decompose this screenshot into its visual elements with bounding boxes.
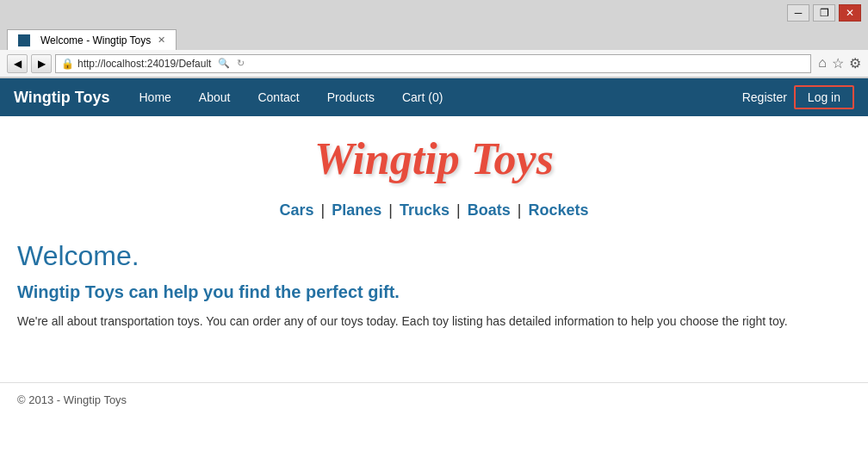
separator-1: | xyxy=(317,201,326,219)
star-icon[interactable]: ☆ xyxy=(832,55,844,71)
url-bar[interactable]: 🔒 http://localhost:24019/Default 🔍 ↻ xyxy=(55,54,811,73)
refresh-icon[interactable]: ↻ xyxy=(237,58,245,69)
category-rockets[interactable]: Rockets xyxy=(528,201,588,219)
tagline: Wingtip Toys can help you find the perfe… xyxy=(17,282,851,302)
site-title: Wingtip Toys xyxy=(17,133,851,184)
copyright-text: © 2013 - Wingtip Toys xyxy=(17,393,127,406)
welcome-heading: Welcome. xyxy=(17,240,851,272)
forward-button[interactable]: ▶ xyxy=(31,54,52,73)
tab-close-icon[interactable]: ✕ xyxy=(158,34,165,46)
category-boats[interactable]: Boats xyxy=(468,201,511,219)
toolbar-icons: ⌂ ☆ ⚙ xyxy=(818,55,861,71)
separator-4: | xyxy=(513,201,522,219)
nav-home[interactable]: Home xyxy=(127,84,183,111)
separator-3: | xyxy=(452,201,461,219)
nav-contact[interactable]: Contact xyxy=(245,84,311,111)
nav-about[interactable]: About xyxy=(187,84,243,111)
settings-icon[interactable]: ⚙ xyxy=(849,55,861,71)
minimize-button[interactable]: ─ xyxy=(787,4,809,22)
nav-right: Register Log in xyxy=(742,85,854,109)
tab-favicon xyxy=(18,34,30,46)
close-button[interactable]: ✕ xyxy=(839,4,861,22)
home-icon[interactable]: ⌂ xyxy=(818,55,827,71)
category-cars[interactable]: Cars xyxy=(280,201,314,219)
main-content: Wingtip Toys Cars | Planes | Trucks | Bo… xyxy=(0,116,868,365)
search-icon: 🔍 xyxy=(218,58,230,69)
category-nav: Cars | Planes | Trucks | Boats | Rockets xyxy=(17,201,851,220)
category-trucks[interactable]: Trucks xyxy=(400,201,450,219)
back-button[interactable]: ◀ xyxy=(7,54,28,73)
browser-chrome: ─ ❐ ✕ Welcome - Wingtip Toys ✕ ◀ ▶ 🔒 htt… xyxy=(0,0,868,78)
category-planes[interactable]: Planes xyxy=(332,201,381,219)
register-link[interactable]: Register xyxy=(742,90,787,104)
app-navbar: Wingtip Toys Home About Contact Products… xyxy=(0,78,868,116)
address-bar: ◀ ▶ 🔒 http://localhost:24019/Default 🔍 ↻… xyxy=(0,50,868,77)
restore-button[interactable]: ❐ xyxy=(813,4,835,22)
url-text: http://localhost:24019/Default xyxy=(78,58,211,70)
nav-products[interactable]: Products xyxy=(315,84,387,111)
separator-2: | xyxy=(384,201,393,219)
tab-title: Welcome - Wingtip Toys xyxy=(40,34,151,46)
window-controls: ─ ❐ ✕ xyxy=(787,4,861,22)
nav-cart[interactable]: Cart (0) xyxy=(390,84,455,111)
login-button[interactable]: Log in xyxy=(794,85,854,109)
brand-link[interactable]: Wingtip Toys xyxy=(14,89,110,107)
browser-tab[interactable]: Welcome - Wingtip Toys ✕ xyxy=(7,29,177,50)
tab-bar: Welcome - Wingtip Toys ✕ xyxy=(0,26,868,50)
nav-links: Home About Contact Products Cart (0) xyxy=(127,84,742,111)
footer: © 2013 - Wingtip Toys xyxy=(0,382,868,417)
title-bar: ─ ❐ ✕ xyxy=(0,0,868,26)
description: We're all about transportation toys. You… xyxy=(17,312,851,331)
